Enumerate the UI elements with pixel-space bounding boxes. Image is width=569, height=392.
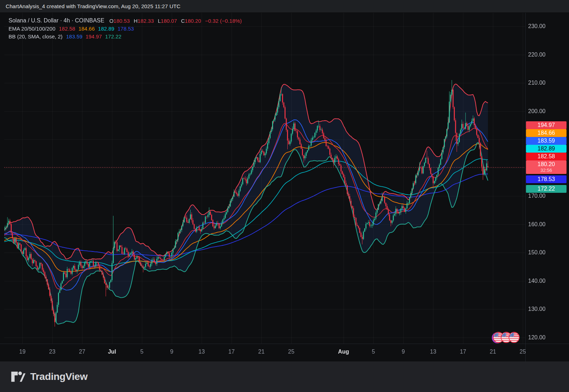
ema50-value: 184.66	[79, 26, 95, 32]
ema200-value: 178.53	[117, 26, 134, 32]
symbol-row[interactable]: Solana / U.S. Dollar · 4h · COINBASE O18…	[9, 17, 246, 25]
bb-basis-badge[interactable]: 183.59	[526, 137, 567, 145]
time-tick: 17	[228, 349, 235, 355]
chart-pane: Solana / U.S. Dollar · 4h · COINBASE O18…	[0, 13, 569, 361]
open-value: O180.53	[109, 18, 130, 24]
ema200-badge[interactable]: 178.53	[526, 175, 567, 183]
ema100-badge[interactable]: 182.89	[526, 145, 567, 153]
ema-label: EMA 20/50/100/200	[9, 26, 55, 32]
time-tick: 9	[170, 349, 174, 355]
event-flags	[493, 332, 520, 344]
ema20-badge[interactable]: 182.58	[526, 153, 567, 160]
ema20-value: 182.58	[59, 26, 75, 32]
symbol-title: Solana / U.S. Dollar · 4h · COINBASE	[9, 17, 104, 24]
time-tick: 21	[490, 349, 496, 355]
current-price-badge[interactable]: 180.2032:56	[526, 160, 567, 174]
bb-upper-badge[interactable]: 194.97	[526, 121, 567, 129]
chart-legend: Solana / U.S. Dollar · 4h · COINBASE O18…	[9, 17, 246, 40]
close-value: C180.20	[181, 18, 201, 24]
price-tick: 160.00	[528, 221, 564, 228]
watermark-title: ChartAnalysis_4 created with TradingView…	[6, 3, 181, 9]
time-tick: Jul	[108, 349, 116, 355]
price-tick: 220.00	[528, 52, 564, 58]
price-axis[interactable]: 230.00220.00210.00200.00190.00180.00170.…	[525, 13, 569, 361]
time-tick: 27	[79, 349, 85, 355]
header-bar: ChartAnalysis_4 created with TradingView…	[0, 0, 569, 13]
time-tick: 17	[460, 349, 466, 355]
bb-lower-badge[interactable]: 172.22	[526, 185, 567, 193]
time-axis[interactable]: 192327Jul5913172125Aug5913172125	[0, 344, 525, 361]
price-tick: 140.00	[528, 278, 564, 284]
price-tick: 120.00	[528, 334, 564, 341]
bb-label: BB (20, SMA, close, 2)	[9, 33, 63, 39]
time-tick: 21	[258, 349, 265, 355]
price-tick: 210.00	[528, 80, 564, 86]
ema100-value: 182.89	[98, 26, 115, 32]
us-flag-icon[interactable]	[509, 332, 520, 343]
price-tick: 170.00	[528, 193, 564, 199]
price-tick: 130.00	[528, 306, 564, 312]
footer-bar: TradingView	[0, 361, 569, 392]
time-tick: 25	[288, 349, 294, 355]
time-tick: 19	[19, 349, 26, 355]
price-tick: 150.00	[528, 249, 564, 256]
time-tick: 13	[430, 349, 436, 355]
price-tick: 200.00	[528, 108, 564, 115]
time-tick: 5	[372, 349, 375, 355]
time-tick: 9	[402, 349, 405, 355]
bb-upper-value: 194.97	[86, 33, 102, 39]
low-value: L180.07	[158, 18, 177, 24]
price-tick: 230.00	[528, 23, 564, 30]
change-value: −0.32 (−0.18%)	[205, 18, 242, 24]
tradingview-logo-icon[interactable]	[11, 371, 26, 382]
price-chart-canvas[interactable]	[0, 13, 569, 361]
bb-indicator-row[interactable]: BB (20, SMA, close, 2) 183.59 194.97 172…	[9, 32, 246, 40]
tradingview-wordmark[interactable]: TradingView	[30, 371, 87, 382]
ema-indicator-row[interactable]: EMA 20/50/100/200 182.58 184.66 182.89 1…	[9, 25, 246, 32]
bb-lower-value: 172.22	[105, 33, 122, 39]
time-tick: 13	[198, 349, 205, 355]
high-value: H182.33	[134, 18, 154, 24]
bb-basis-value: 183.59	[66, 33, 83, 39]
time-tick: Aug	[338, 349, 349, 355]
ema50-badge[interactable]: 184.66	[526, 129, 567, 137]
time-tick: 5	[140, 349, 144, 355]
time-tick: 23	[49, 349, 55, 355]
